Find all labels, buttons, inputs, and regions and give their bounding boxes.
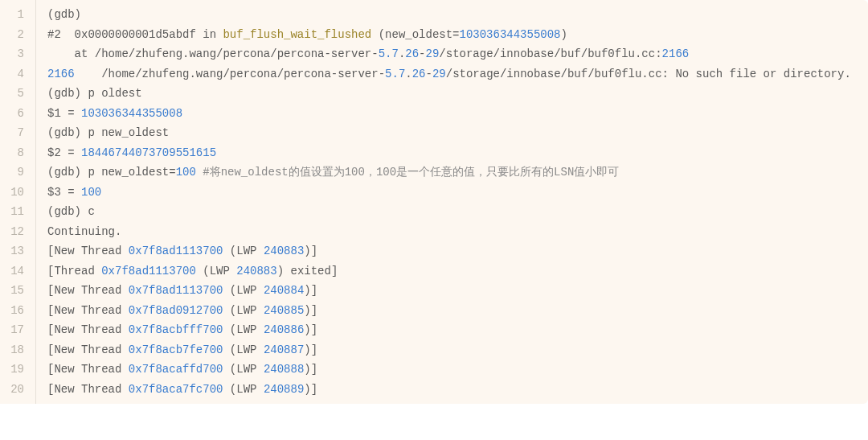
code-segment: 100 [176,166,196,179]
code-line: [New Thread 0x7f8ad1113700 (LWP 240884)] [47,281,868,301]
line-number: 10 [0,183,35,203]
line-number: 6 [0,104,35,124]
code-segment: 5.7 [385,68,405,80]
code-segment: 0x7f8acaffd700 [129,363,223,376]
line-number: 1 [0,5,35,25]
code-segment: 240889 [264,383,304,396]
code-segment: [New Thread [47,284,129,297]
code-segment: [New Thread [47,245,129,257]
line-number: 3 [0,44,35,64]
code-segment: ) exited] [277,265,338,278]
code-line: (gdb) p new_oldest=100 #将new_oldest的值设置为… [47,162,868,183]
code-segment: $1 = [47,107,81,120]
code-segment: )] [304,343,317,356]
code-segment: (LWP [223,343,263,356]
line-number: 14 [0,261,35,282]
code-segment: at /home/zhufeng.wang/percona/percona-se… [47,47,379,60]
code-line: (gdb) p oldest [47,84,868,104]
code-segment: (gdb) [47,8,81,21]
code-segment [196,166,203,179]
line-number: 9 [0,162,35,183]
code-segment: 240887 [264,343,304,356]
code-segment: 240885 [264,304,304,317]
code-line: $2 = 18446744073709551615 [47,143,868,163]
code-segment: [Thread [47,265,101,278]
code-segment: #将new_oldest的值设置为100，100是一个任意的值，只要比所有的LS… [203,166,619,179]
code-segment: 103036344355008 [81,107,182,120]
code-segment: (gdb) c [47,205,95,218]
code-line: Continuing. [47,222,868,242]
code-segment: 100 [81,186,101,199]
code-segment: 0x7f8acb7fe700 [129,343,223,356]
code-segment: )] [304,245,317,257]
line-number: 17 [0,320,35,340]
code-segment: 103036344355008 [460,28,561,41]
code-segment: 240886 [264,323,304,336]
code-segment: (LWP [223,363,263,376]
line-number: 18 [0,340,35,360]
code-segment: - [426,68,432,80]
code-segment: 2166 [47,68,75,80]
code-segment: 18446744073709551615 [81,146,216,159]
code-segment: 0x7f8ad1113700 [129,245,223,257]
code-segment: $3 = [47,186,81,199]
code-segment: 5.7 [379,47,399,60]
code-segment: 26 [405,47,419,60]
code-segment: (new_oldest= [371,28,459,41]
code-line: at /home/zhufeng.wang/percona/percona-se… [47,44,868,64]
code-segment: 240883 [264,245,304,257]
code-line: [New Thread 0x7f8aca7fc700 (LWP 240889)] [47,380,868,400]
code-line: [New Thread 0x7f8acbfff700 (LWP 240886)] [47,320,868,340]
code-line: (gdb) c [47,202,868,222]
code-line: [New Thread 0x7f8ad0912700 (LWP 240885)] [47,301,868,321]
code-line: (gdb) p new_oldest [47,123,868,143]
code-segment: [New Thread [47,323,129,336]
code-segment: - [419,47,425,60]
code-line: $1 = 103036344355008 [47,104,868,124]
code-segment: 29 [432,68,446,80]
code-segment: 0x7f8ad1113700 [101,265,196,278]
line-number: 2 [0,25,35,45]
line-number: 4 [0,64,35,84]
code-segment: [New Thread [47,304,129,317]
line-number: 15 [0,281,35,301]
line-number: 13 [0,241,35,261]
code-segment: #2 0x0000000001d5abdf in [47,28,223,41]
code-line: [New Thread 0x7f8acaffd700 (LWP 240888)] [47,360,868,380]
code-segment: )] [304,363,317,376]
code-segment: ) [561,28,567,41]
code-segment: /storage/innobase/buf/buf0flu.cc: [439,47,661,60]
code-line: #2 0x0000000001d5abdf in buf_flush_wait_… [47,25,868,45]
code-block: 1234567891011121314151617181920 (gdb)#2 … [0,0,868,404]
code-segment: (gdb) p new_oldest [47,126,169,139]
line-number: 16 [0,301,35,321]
code-segment: (LWP [196,265,236,278]
code-segment: 2166 [662,47,690,60]
code-line: 2166 /home/zhufeng.wang/percona/percona-… [47,64,868,84]
code-segment: (LWP [223,323,263,336]
code-segment: (gdb) p new_oldest= [47,166,176,179]
code-segment: Continuing. [47,225,121,238]
line-number: 5 [0,84,35,104]
code-segment: buf_flush_wait_flushed [223,28,371,41]
code-segment: 0x7f8acbfff700 [129,323,223,336]
code-segment: /home/zhufeng.wang/percona/percona-serve… [75,68,385,80]
code-segment: (gdb) p oldest [47,87,142,100]
code-segment: )] [304,323,317,336]
line-number: 20 [0,380,35,400]
code-segment: [New Thread [47,363,129,376]
code-segment: )] [304,284,317,297]
code-line: [New Thread 0x7f8acb7fe700 (LWP 240887)] [47,340,868,360]
code-content[interactable]: (gdb)#2 0x0000000001d5abdf in buf_flush_… [36,0,868,404]
code-line: $3 = 100 [47,183,868,203]
code-segment: /storage/innobase/buf/buf0flu.cc: No suc… [446,68,851,80]
code-segment: 0x7f8ad1113700 [129,284,223,297]
code-segment: 0x7f8aca7fc700 [129,383,223,396]
code-segment: (LWP [223,284,263,297]
code-segment: [New Thread [47,343,129,356]
code-segment: $2 = [47,146,81,159]
code-segment: [New Thread [47,383,129,396]
code-segment: 0x7f8ad0912700 [129,304,223,317]
code-segment: 29 [426,47,440,60]
line-number: 8 [0,143,35,163]
